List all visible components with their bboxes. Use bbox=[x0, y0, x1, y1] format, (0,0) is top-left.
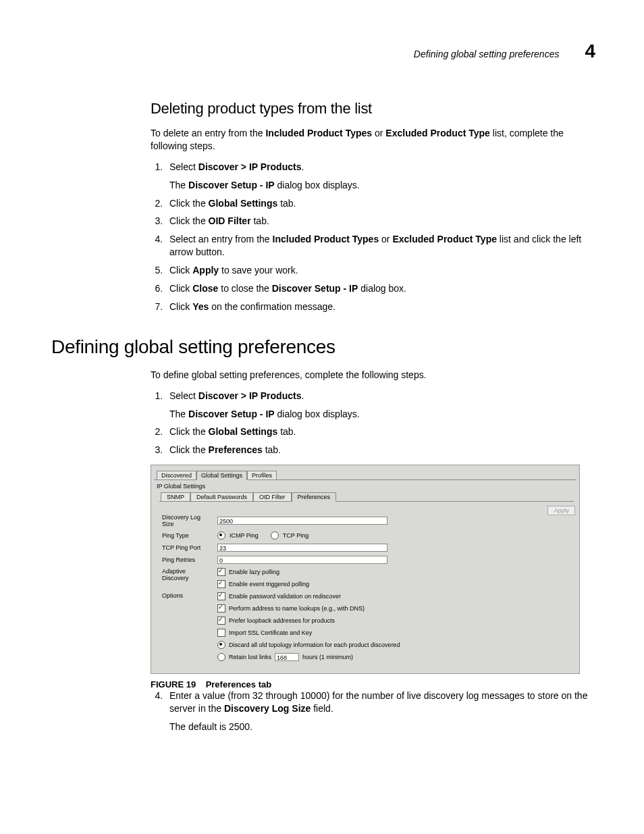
list-item: Click Yes on the confirmation message. bbox=[165, 301, 595, 313]
checkbox-lazy-polling-label: Enable lazy polling bbox=[229, 569, 279, 575]
list-item: Click Close to close the Discover Setup … bbox=[165, 282, 595, 295]
tab-default-passwords[interactable]: Default Passwords bbox=[190, 492, 253, 501]
panel-title: IP Global Settings bbox=[157, 483, 576, 490]
list-item: Enter a value (from 32 through 10000) fo… bbox=[165, 689, 595, 733]
header-title: Defining global setting preferences bbox=[414, 49, 560, 59]
ping-retries-input[interactable]: 0 bbox=[217, 556, 387, 564]
discovery-log-size-input[interactable]: 2500 bbox=[217, 517, 387, 525]
checkbox-dns-lookup[interactable] bbox=[217, 604, 225, 613]
section2-steps-cont: Enter a value (from 32 through 10000) fo… bbox=[151, 689, 595, 733]
radio-tcp-ping-label: TCP Ping bbox=[283, 532, 308, 539]
list-item: Select Discover > IP Products. The Disco… bbox=[165, 390, 595, 421]
tab-profiles[interactable]: Profiles bbox=[247, 471, 277, 479]
checkbox-password-validation[interactable] bbox=[217, 592, 225, 600]
checkbox-dns-lookup-label: Perform address to name lookups (e.g., w… bbox=[229, 605, 365, 612]
checkbox-loopback[interactable] bbox=[217, 617, 225, 625]
label-adaptive: Adaptive Discovery bbox=[162, 568, 213, 581]
radio-retain-links-label: Retain lost links bbox=[229, 654, 271, 660]
label-tcp-port: TCP Ping Port bbox=[162, 544, 213, 551]
radio-icmp-ping[interactable] bbox=[217, 531, 225, 540]
section1-steps: Select Discover > IP Products. The Disco… bbox=[151, 161, 595, 313]
radio-discard-topology-label: Discard all old topology information for… bbox=[229, 642, 400, 648]
label-log-size: Discovery Log Size bbox=[162, 514, 213, 527]
retain-hours-unit: hours (1 minimum) bbox=[302, 654, 353, 660]
label-ping-type: Ping Type bbox=[162, 532, 213, 539]
checkbox-loopback-label: Prefer loopback addresses for products bbox=[229, 617, 335, 624]
list-item: Click Apply to save your work. bbox=[165, 264, 595, 277]
radio-discard-topology[interactable] bbox=[217, 641, 225, 649]
retain-hours-input[interactable]: 168 bbox=[275, 653, 299, 661]
checkbox-password-validation-label: Enable password validation on rediscover bbox=[229, 593, 341, 600]
section-heading-delete: Deleting product types from the list bbox=[151, 100, 595, 118]
tab-snmp[interactable]: SNMP bbox=[161, 492, 190, 501]
chapter-number: 4 bbox=[585, 41, 595, 62]
list-item: Click the OID Filter tab. bbox=[165, 215, 595, 228]
radio-retain-links[interactable] bbox=[217, 653, 225, 661]
tab-oid-filter[interactable]: OID Filter bbox=[253, 492, 292, 501]
section-heading-define: Defining global setting preferences bbox=[51, 336, 595, 358]
checkbox-event-polling[interactable] bbox=[217, 580, 225, 588]
tab-preferences[interactable]: Preferences bbox=[292, 492, 337, 502]
tcp-ping-port-input[interactable]: 23 bbox=[217, 544, 387, 552]
tab-discovered[interactable]: Discovered bbox=[157, 471, 196, 479]
apply-button[interactable]: Apply bbox=[547, 506, 575, 515]
section2-steps: Select Discover > IP Products. The Disco… bbox=[151, 390, 595, 457]
checkbox-lazy-polling[interactable] bbox=[217, 568, 225, 576]
figure-caption: FIGURE 19 Preferences tab bbox=[151, 679, 595, 689]
list-item: Select an entry from the Included Produc… bbox=[165, 233, 595, 259]
tab-global-settings[interactable]: Global Settings bbox=[196, 471, 247, 480]
figure-preferences-tab: Discovered Global Settings Profiles IP G… bbox=[151, 465, 580, 674]
label-ping-retries: Ping Retries bbox=[162, 556, 213, 563]
checkbox-ssl[interactable] bbox=[217, 629, 225, 637]
list-item: Click the Global Settings tab. bbox=[165, 197, 595, 210]
figure-caption-text: Preferences tab bbox=[206, 679, 272, 689]
list-item: Select Discover > IP Products. The Disco… bbox=[165, 161, 595, 192]
running-header: Defining global setting preferences 4 bbox=[51, 41, 595, 62]
list-item: Click the Global Settings tab. bbox=[165, 425, 595, 438]
checkbox-ssl-label: Import SSL Certificate and Key bbox=[229, 629, 312, 636]
radio-tcp-ping[interactable] bbox=[271, 531, 279, 540]
list-item: Click the Preferences tab. bbox=[165, 444, 595, 457]
figure-caption-label: FIGURE 19 bbox=[151, 679, 196, 689]
section1-intro: To delete an entry from the Included Pro… bbox=[151, 127, 595, 153]
radio-icmp-ping-label: ICMP Ping bbox=[230, 532, 259, 539]
label-options: Options bbox=[162, 592, 213, 599]
section2-intro: To define global setting preferences, co… bbox=[151, 369, 595, 382]
checkbox-event-polling-label: Enable event triggered polling bbox=[229, 581, 309, 588]
